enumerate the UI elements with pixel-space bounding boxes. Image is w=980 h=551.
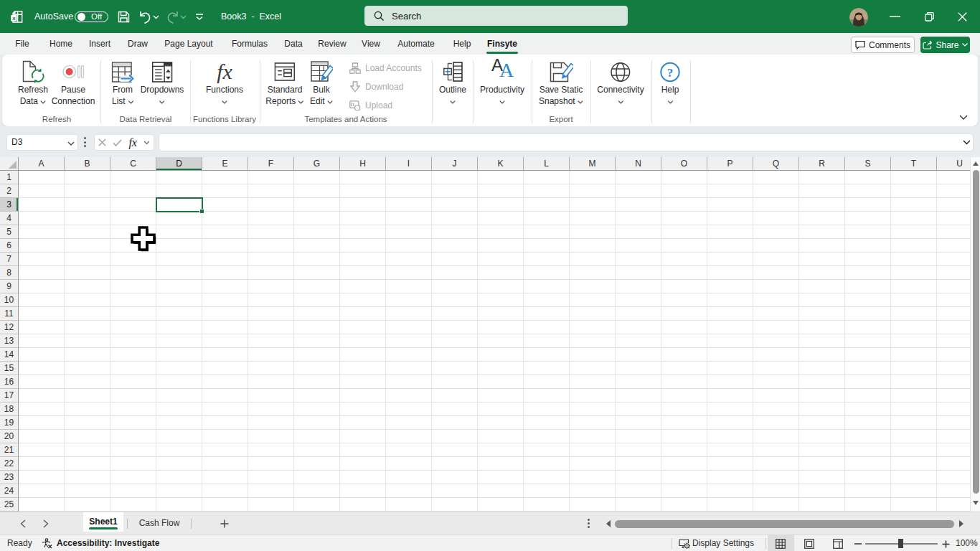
svg-text:x: x bbox=[12, 15, 16, 22]
svg-text:?: ? bbox=[667, 65, 674, 79]
